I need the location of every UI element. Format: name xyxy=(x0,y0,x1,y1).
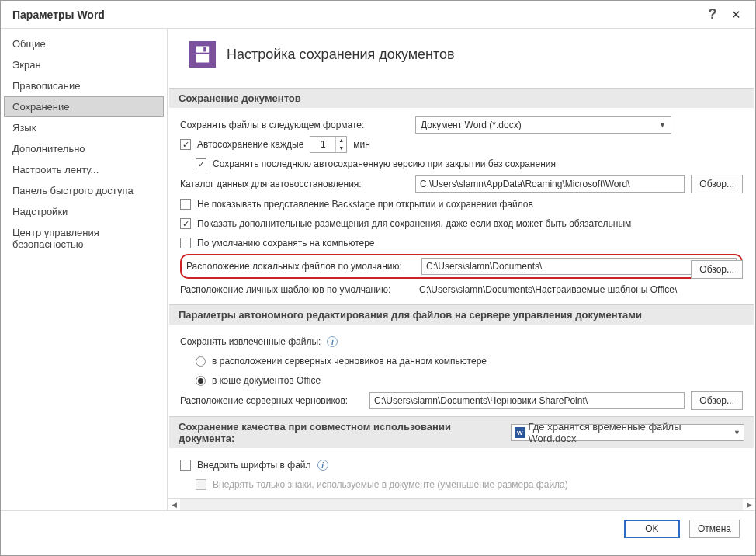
autosave-unit: мин xyxy=(353,139,370,150)
close-button[interactable]: ✕ xyxy=(724,8,747,22)
dialog-footer: OK Отмена xyxy=(1,510,755,546)
main-panel: Настройка сохранения документов Сохранен… xyxy=(168,29,755,510)
autosave-minutes-spinner[interactable]: 1 ▲▼ xyxy=(310,136,347,153)
svg-rect-2 xyxy=(203,47,206,52)
format-label: Сохранять файлы в следующем формате: xyxy=(180,120,409,130)
autosave-label: Автосохранение каждые xyxy=(197,139,303,150)
browse-autorecover-button[interactable]: Обзор... xyxy=(691,175,743,193)
embed-only-used-label: Внедрять только знаки, используемые в до… xyxy=(213,479,568,490)
default-file-location-input[interactable]: C:\Users\slamn\Documents\ xyxy=(421,258,737,275)
autorecover-location-input[interactable]: C:\Users\slamn\AppData\Roaming\Microsoft… xyxy=(415,175,685,193)
page-header-text: Настройка сохранения документов xyxy=(227,47,455,63)
scroll-right-icon[interactable]: ▶ xyxy=(743,499,755,511)
page-header: Настройка сохранения документов xyxy=(168,29,755,82)
show-extra-places-label: Показать дополнительные размещения для с… xyxy=(197,218,631,229)
office-cache-radio[interactable] xyxy=(196,376,206,386)
dialog-body: Общие Экран Правописание Сохранение Язык… xyxy=(1,29,755,510)
ok-button[interactable]: OK xyxy=(624,520,680,538)
section-fidelity: Сохранение качества при совместном испол… xyxy=(169,416,754,449)
no-backstage-checkbox[interactable] xyxy=(180,199,191,210)
office-cache-label: в кэше документов Office xyxy=(212,375,321,386)
default-file-location-label: Расположение локальных файлов по умолчан… xyxy=(186,261,415,272)
dialog-title: Параметры Word xyxy=(9,9,701,21)
autorecover-location-label: Каталог данных для автовосстановления: xyxy=(180,179,409,189)
personal-templates-label: Расположение личных шаблонов по умолчани… xyxy=(180,284,409,295)
titlebar: Параметры Word ? ✕ xyxy=(1,1,755,29)
svg-rect-3 xyxy=(196,54,209,63)
sidebar-item-display[interactable]: Экран xyxy=(1,54,167,75)
autosave-checkbox[interactable]: ✓ xyxy=(180,139,191,150)
keep-last-autosave-label: Сохранять последнюю автосохраненную верс… xyxy=(213,158,556,169)
sidebar-item-general[interactable]: Общие xyxy=(1,33,167,54)
embed-only-used-checkbox xyxy=(196,479,206,490)
sidebar-item-quick-access[interactable]: Панель быстрого доступа xyxy=(1,180,167,201)
help-button[interactable]: ? xyxy=(701,6,724,23)
fidelity-document-select[interactable]: W Где хранятся временные файлы Word.docx… xyxy=(511,424,744,441)
scroll-left-icon[interactable]: ◀ xyxy=(168,499,180,511)
sidebar-item-advanced[interactable]: Дополнительно xyxy=(1,138,167,159)
personal-templates-path[interactable]: C:\Users\slamn\Documents\Настраиваемые ш… xyxy=(415,281,743,298)
server-drafts-radio[interactable] xyxy=(196,356,206,367)
default-local-checkbox[interactable] xyxy=(180,238,191,248)
sidebar: Общие Экран Правописание Сохранение Язык… xyxy=(1,29,168,510)
save-icon xyxy=(189,41,216,68)
sidebar-item-proofing[interactable]: Правописание xyxy=(1,75,167,96)
section-save-documents: Сохранение документов xyxy=(169,88,754,109)
chevron-down-icon: ▼ xyxy=(659,121,666,129)
spinner-down-icon[interactable]: ▼ xyxy=(336,144,346,152)
horizontal-scrollbar[interactable]: ◀ ▶ xyxy=(168,498,755,510)
sidebar-item-trust-center[interactable]: Центр управления безопасностью xyxy=(1,222,167,255)
checkout-label: Сохранять извлеченные файлы: xyxy=(180,336,321,347)
chevron-down-icon: ▼ xyxy=(733,429,740,436)
section-offline-editing: Параметры автономного редактирования для… xyxy=(169,304,754,325)
info-icon[interactable]: i xyxy=(317,460,328,471)
keep-last-autosave-checkbox[interactable]: ✓ xyxy=(196,158,206,169)
sidebar-item-addins[interactable]: Надстройки xyxy=(1,201,167,222)
info-icon[interactable]: i xyxy=(327,336,338,347)
embed-fonts-checkbox[interactable] xyxy=(180,460,191,471)
server-drafts-location-input[interactable]: C:\Users\slamn\Documents\Черновики Share… xyxy=(369,392,685,409)
default-local-label: По умолчанию сохранять на компьютере xyxy=(197,238,375,248)
show-extra-places-checkbox[interactable]: ✓ xyxy=(180,218,191,229)
word-doc-icon: W xyxy=(515,427,525,438)
no-backstage-label: Не показывать представление Backstage пр… xyxy=(197,199,533,210)
sidebar-item-language[interactable]: Язык xyxy=(1,117,167,138)
server-drafts-label: в расположении серверных черновиков на д… xyxy=(212,356,487,367)
file-format-select[interactable]: Документ Word (*.docx) ▼ xyxy=(415,116,671,134)
cancel-button[interactable]: Отмена xyxy=(689,520,740,538)
browse-server-drafts-button[interactable]: Обзор... xyxy=(691,391,743,410)
sidebar-item-customize-ribbon[interactable]: Настроить ленту... xyxy=(1,159,167,180)
word-options-dialog: Параметры Word ? ✕ Общие Экран Правописа… xyxy=(0,0,756,556)
svg-rect-1 xyxy=(196,47,209,53)
embed-fonts-label: Внедрить шрифты в файл xyxy=(197,460,311,471)
sidebar-item-save[interactable]: Сохранение xyxy=(4,96,164,117)
server-drafts-location-label: Расположение серверных черновиков: xyxy=(180,395,363,406)
browse-default-location-button[interactable]: Обзор... xyxy=(691,260,743,279)
spinner-up-icon[interactable]: ▲ xyxy=(336,137,346,144)
